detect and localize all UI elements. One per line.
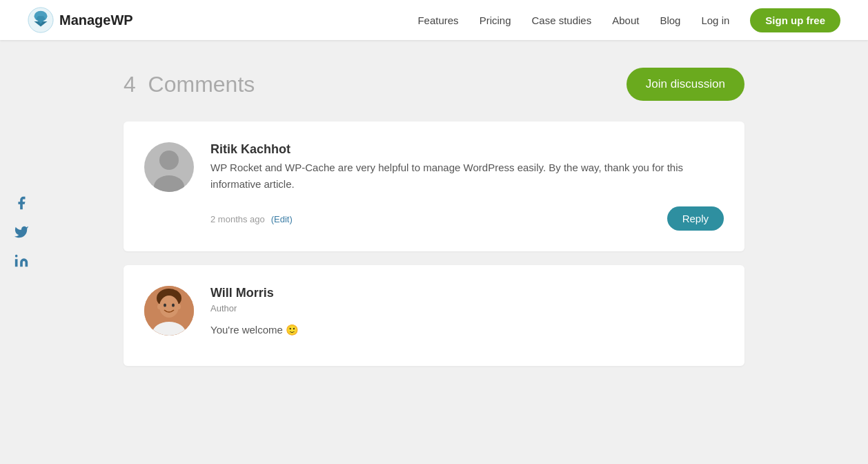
comments-label: Comments (148, 72, 255, 97)
avatar (144, 142, 194, 192)
comment-timestamp: 2 months ago (210, 214, 265, 224)
svg-point-14 (177, 304, 181, 309)
comment-count: 4 (124, 72, 136, 97)
comment-author: Ritik Kachhot (210, 142, 724, 157)
site-header: ManageWP Features Pricing Case studies A… (0, 0, 868, 40)
comments-header: 4 Comments Join discussion (124, 68, 744, 101)
svg-point-13 (157, 304, 161, 309)
comment-author-role: Author (210, 303, 724, 313)
nav-blog[interactable]: Blog (660, 14, 680, 26)
comment-body: Ritik Kachhot WP Rocket and WP-Cache are… (210, 142, 724, 231)
svg-point-9 (159, 296, 179, 318)
avatar-area-2 (144, 286, 194, 352)
svg-point-6 (154, 175, 184, 192)
nav-features[interactable]: Features (417, 14, 458, 26)
comment-time-area: 2 months ago (Edit) (210, 213, 293, 225)
nav-about[interactable]: About (612, 14, 639, 26)
avatar-icon (144, 142, 194, 192)
logo[interactable]: ManageWP (28, 7, 133, 33)
nav-case-studies[interactable]: Case studies (531, 14, 591, 26)
comment-text: WP Rocket and WP-Cache are very helpful … (210, 160, 724, 193)
nav-pricing[interactable]: Pricing (480, 14, 511, 26)
comment-meta: 2 months ago (Edit) Reply (210, 206, 724, 231)
logo-text: ManageWP (59, 12, 133, 28)
svg-point-5 (159, 151, 179, 170)
comment-text-2: You're welcome 🙂 (210, 322, 724, 338)
signup-button[interactable]: Sign up free (750, 8, 840, 32)
join-discussion-button[interactable]: Join discussion (627, 68, 744, 101)
avatar-2 (144, 286, 194, 336)
comment-body-2: Will Morris Author You're welcome 🙂 (210, 286, 724, 352)
comments-title: 4 Comments (124, 72, 255, 97)
comment-edit-link[interactable]: (Edit) (271, 214, 293, 224)
comment-card: Ritik Kachhot WP Rocket and WP-Cache are… (124, 122, 744, 251)
comment-card-2: Will Morris Author You're welcome 🙂 (124, 265, 744, 366)
svg-point-11 (164, 304, 166, 307)
main-nav: Features Pricing Case studies About Blog… (417, 8, 840, 32)
comment-author-2: Will Morris (210, 286, 724, 300)
avatar-area (144, 142, 194, 231)
nav-login[interactable]: Log in (701, 14, 729, 26)
logo-icon (28, 7, 54, 33)
page-wrapper: 4 Comments Join discussion Ritik Kachhot… (0, 40, 868, 394)
main-content: 4 Comments Join discussion Ritik Kachhot… (124, 68, 744, 366)
avatar-photo-svg (144, 286, 194, 336)
reply-button[interactable]: Reply (667, 206, 724, 231)
svg-point-12 (172, 304, 175, 307)
